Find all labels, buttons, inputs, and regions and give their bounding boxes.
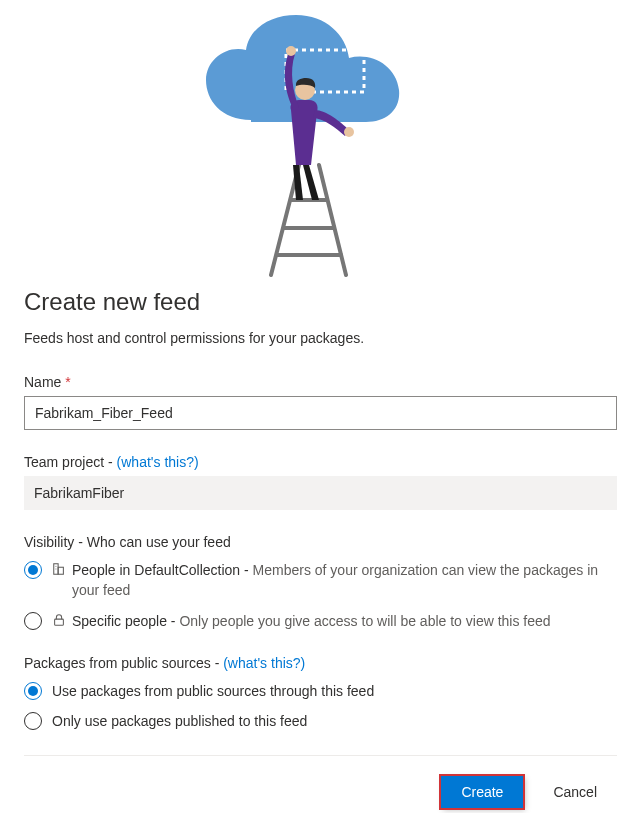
svg-rect-10 <box>58 567 63 574</box>
svg-rect-13 <box>55 619 64 625</box>
radio-indicator <box>24 712 42 730</box>
public-sources-help-link[interactable]: (what's this?) <box>223 655 305 671</box>
visibility-radio-group: People in DefaultCollection - Members of… <box>24 560 617 631</box>
cancel-button[interactable]: Cancel <box>533 776 617 808</box>
svg-point-6 <box>286 46 296 56</box>
name-label: Name * <box>24 374 617 390</box>
public-sources-label: Packages from public sources - (what's t… <box>24 655 617 671</box>
hero-illustration <box>24 0 617 280</box>
public-sources-radio-group: Use packages from public sources through… <box>24 681 617 732</box>
organization-icon <box>52 562 66 576</box>
create-button[interactable]: Create <box>441 776 523 808</box>
team-project-label: Team project - (what's this?) <box>24 454 617 470</box>
public-sources-option-use[interactable]: Use packages from public sources through… <box>24 681 617 701</box>
radio-indicator <box>24 682 42 700</box>
visibility-option-org[interactable]: People in DefaultCollection - Members of… <box>24 560 617 601</box>
team-project-value: FabrikamFiber <box>24 476 617 510</box>
public-sources-option-only[interactable]: Only use packages published to this feed <box>24 711 617 731</box>
visibility-option-specific[interactable]: Specific people - Only people you give a… <box>24 611 617 631</box>
lock-icon <box>52 613 66 627</box>
svg-point-7 <box>344 127 354 137</box>
svg-line-2 <box>319 165 346 275</box>
radio-indicator <box>24 561 42 579</box>
radio-indicator <box>24 612 42 630</box>
visibility-label: Visibility - Who can use your feed <box>24 534 617 550</box>
name-input[interactable] <box>24 396 617 430</box>
team-project-help-link[interactable]: (what's this?) <box>117 454 199 470</box>
page-subtitle: Feeds host and control permissions for y… <box>24 330 617 346</box>
dialog-footer: Create Cancel <box>24 776 617 808</box>
cloud-illustration <box>171 10 471 280</box>
page-title: Create new feed <box>24 288 617 316</box>
footer-divider <box>24 755 617 756</box>
